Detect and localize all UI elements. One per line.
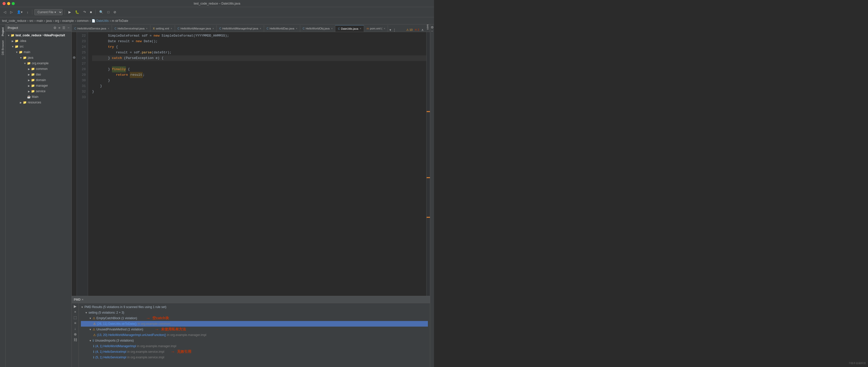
project-panel-settings-icon[interactable]: ☰ <box>62 26 65 30</box>
pmd-filter2-button[interactable]: ≡ <box>74 321 76 325</box>
tab-close-helloWorldObj[interactable]: × <box>331 27 333 30</box>
tree-item-root[interactable]: ▼ 📁 test_code_reduce ~/IdeaProjects/t <box>6 33 71 38</box>
tree-item-idea[interactable]: ▶ 📁 .idea <box>6 38 71 44</box>
tab-close-helloWorldManager[interactable]: × <box>212 27 214 30</box>
toolbar-update-button[interactable]: ↓ <box>25 9 30 15</box>
pmd-setting-group[interactable]: ▼ setting (5 violations: 2 + 3) <box>81 310 428 315</box>
pmd-expand-button[interactable]: ⊕ <box>74 332 77 336</box>
tab-close-helloWorldManagerImpl[interactable]: × <box>260 27 261 30</box>
tree-item-java[interactable]: ▼ 📁 java <box>6 55 71 61</box>
toolbar-stop-button[interactable]: ■ <box>89 9 94 15</box>
right-sidebar-minimize-icon[interactable]: − <box>431 29 433 33</box>
breadcrumb-dateutilsfile[interactable]: 📄 DateUtils <box>92 19 108 23</box>
pmd-violation-import2link[interactable]: (4, 1) HelloServiceImpl <box>95 350 126 354</box>
pmd-unused-import-3[interactable]: ℹ (5, 1) HelloServiceImpl in org.example… <box>81 355 428 360</box>
run-configuration-dropdown[interactable]: Current File ▾ <box>34 9 63 15</box>
pmd-violation-import1link[interactable]: (4, 1) HelloWorldManagerImpl <box>95 344 136 348</box>
tree-item-manager[interactable]: ▶ 📁 manager <box>6 83 71 89</box>
pmd-run-button[interactable]: ▶ <box>74 304 76 308</box>
breadcrumb-org[interactable]: org <box>55 19 59 23</box>
tree-item-main[interactable]: ▼ 📁 main <box>6 49 71 55</box>
pmd-unused-func-violation[interactable]: ⚠ (13, 20) HelloWorldManagerImpl.unUsedF… <box>81 332 428 338</box>
toolbar-search-button[interactable]: 🔍 <box>98 9 105 15</box>
pmd-close-button[interactable]: × <box>82 298 84 301</box>
toolbar-commit-button[interactable]: 👤▾ <box>15 9 24 15</box>
pmd-violation-import3link[interactable]: (5, 1) HelloServiceImpl <box>95 356 126 359</box>
tree-item-common[interactable]: ▶ 📁 common <box>6 66 71 72</box>
right-sidebar-settings-icon[interactable]: ⚙ <box>431 25 434 29</box>
tab-helloServiceImpl[interactable]: C HelloServiceImpl.java × <box>112 25 150 32</box>
pmd-violation-import3pkg: in org.example.service.impl <box>127 356 164 359</box>
tabs-settings-icon[interactable]: ⋮ <box>393 28 396 32</box>
tabs-overflow-button[interactable]: ▾ <box>388 28 393 32</box>
breadcrumb-java[interactable]: java <box>46 19 52 23</box>
tab-helloWorldManagerImpl[interactable]: C HelloWorldManagerImpl.java × <box>217 25 264 32</box>
breadcrumb-example[interactable]: example <box>62 19 74 23</box>
pmd-unused-import-2[interactable]: ℹ (4, 1) HelloServiceImpl in org.example… <box>81 349 428 355</box>
tree-item-Main[interactable]: ☕ Main <box>6 94 71 100</box>
breadcrumb-project[interactable]: test_code_reduce <box>2 19 26 23</box>
maximize-window-button[interactable] <box>12 2 15 5</box>
tab-close-helloServiceImpl[interactable]: × <box>146 27 148 30</box>
tree-item-resources[interactable]: ▶ 📁 resources <box>6 100 71 105</box>
tab-close-helloWorldService[interactable]: × <box>107 27 109 30</box>
toolbar-profiler-button[interactable]: ⊘ <box>112 9 118 15</box>
sidebar-tab-db-browser[interactable]: DB Browser <box>1 38 5 57</box>
code-content[interactable]: SimpleDateFormat sdf = new SimpleDateFor… <box>88 32 426 296</box>
maven-sidebar-tab[interactable]: Maven <box>426 24 430 32</box>
gutter-line-30 <box>72 77 76 82</box>
tree-item-src[interactable]: ▼ 📁 src <box>6 44 71 49</box>
project-panel-layout-icon[interactable]: ≡ <box>59 26 61 30</box>
tab-dateUtils[interactable]: C DateUtils.java × <box>335 25 364 32</box>
toolbar-back-button[interactable]: ◁ <box>2 9 8 15</box>
toolbar-bookmark-button[interactable]: □ <box>106 9 111 15</box>
tree-item-dao[interactable]: ▶ 📁 dao <box>6 72 71 77</box>
tab-pomXml[interactable]: m pom.xml ( × <box>364 25 388 32</box>
toolbar-separator-2 <box>65 10 65 15</box>
close-window-button[interactable] <box>3 2 6 5</box>
toolbar-debug-button[interactable]: 🐛 <box>73 9 81 15</box>
pmd-empty-catch-label: EmptyCatchBlock (1 violation) <box>96 316 137 320</box>
scrollbar-marker-warning <box>427 111 430 112</box>
toolbar-run-with-coverage-button[interactable]: ↷ <box>82 9 88 15</box>
project-panel-minimize-icon[interactable]: − <box>67 26 69 30</box>
pmd-unused-private-group[interactable]: ▼ ⚠ UnusedPrivateMethod (1 violation) → … <box>81 327 428 332</box>
pmd-unused-import-1[interactable]: ℹ (4, 1) HelloWorldManagerImpl in org.ex… <box>81 343 428 349</box>
tab-close-settingXml[interactable]: × <box>171 27 172 30</box>
breadcrumb-src[interactable]: src <box>29 19 33 23</box>
code-line-22: SimpleDateFormat sdf = new SimpleDateFor… <box>92 33 426 39</box>
pmd-filter1-button[interactable]: ⬚ <box>73 315 77 320</box>
tab-helloWorldManager[interactable]: C HelloWorldManager.java × <box>175 25 217 32</box>
pmd-violation-unusedfunclink[interactable]: (13, 20) HelloWorldManagerImpl.unUsedFun… <box>97 333 166 337</box>
breadcrumb-strtodate[interactable]: m strToDate <box>112 19 128 23</box>
minimize-window-button[interactable] <box>7 2 10 5</box>
pmd-unused-imports-group[interactable]: ▼ ℹ UnusedImports (3 violations) <box>81 338 428 343</box>
project-panel-gear-icon[interactable]: ⚙ <box>54 26 57 30</box>
pmd-rerun-button[interactable]: × <box>74 310 76 314</box>
toolbar-forward-button[interactable]: ▷ <box>9 9 14 15</box>
pmd-link-button[interactable]: ⛓ <box>73 338 77 342</box>
tab-close-pomXml[interactable]: × <box>384 27 385 30</box>
editor-scrollbar[interactable] <box>426 32 430 296</box>
tree-item-domain[interactable]: ▶ 📁 domain <box>6 77 71 83</box>
window-controls[interactable] <box>3 2 15 5</box>
tree-label-service: service <box>36 90 45 93</box>
gutter-line-23 <box>72 38 76 43</box>
expand-button[interactable]: ∧ <box>421 28 424 32</box>
pmd-empty-catch-group[interactable]: ▼ ⚠ EmptyCatchBlock (1 violation) → 空cat… <box>81 315 428 321</box>
tab-helloWorldObj[interactable]: C HelloWorldObj.java × <box>300 25 336 32</box>
toolbar-run-button[interactable]: ▶ <box>67 9 72 15</box>
tab-settingXml[interactable]: X setting.xml × <box>150 25 175 32</box>
tab-close-dateUtils[interactable]: × <box>360 27 361 30</box>
sidebar-tab-project[interactable]: Project <box>1 25 5 38</box>
tab-helloWorldDao[interactable]: C HelloWorldDao.java × <box>264 25 300 32</box>
breadcrumb-common[interactable]: common <box>77 19 89 23</box>
pmd-filter3-button[interactable]: ↓ <box>74 327 76 331</box>
tab-close-helloWorldDao[interactable]: × <box>296 27 298 30</box>
breadcrumb-main[interactable]: main <box>36 19 43 23</box>
pmd-dateutilsstrtodateviolation[interactable]: ⚠ (26, 11) DateUtils.strToDate() in org.… <box>81 321 428 327</box>
pmd-violation-dateutilslink[interactable]: (26, 11) DateUtils.strToDate() <box>97 322 136 326</box>
tab-helloWorldService[interactable]: C HelloWorldService.java × <box>72 25 112 32</box>
tree-item-service[interactable]: ▶ 📁 service <box>6 89 71 94</box>
tree-item-org-example[interactable]: ▼ 📁 org.example <box>6 61 71 66</box>
